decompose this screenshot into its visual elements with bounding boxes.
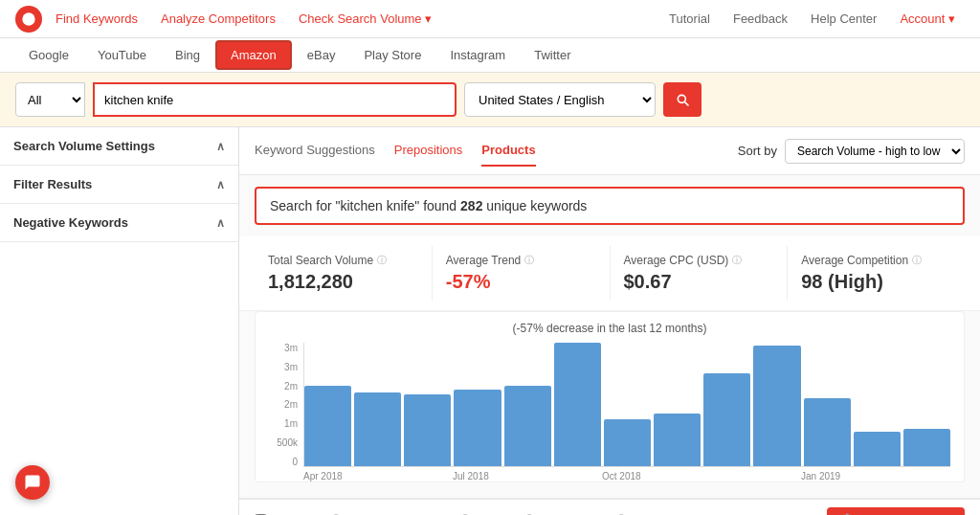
chart-wrapper: 3m 3m 2m 2m 1m 500k 0 — [269, 343, 950, 481]
sort-area: Sort by Search Volume - high to low Sear… — [738, 139, 965, 164]
content-area: Keyword Suggestions Prepositions Product… — [239, 127, 980, 515]
nav-check-search-volume[interactable]: Check Search Volume ▾ — [289, 11, 441, 26]
nav-tutorial[interactable]: Tutorial — [659, 11, 720, 26]
keyword-tabs-group: Keyword Suggestions Prepositions Product… — [255, 135, 536, 167]
y-label-500k: 500k — [269, 437, 298, 448]
x-axis-labels: Apr 2018 Jul 2018 Oct 2018 Jan 2019 — [303, 467, 950, 481]
help-icon-at: ⓘ — [524, 254, 534, 267]
nav-feedback[interactable]: Feedback — [724, 11, 797, 26]
bar-7 — [604, 419, 651, 466]
bar-11 — [804, 398, 851, 466]
export-button[interactable]: 📋 Copy / Export all ▾ — [827, 507, 965, 515]
stat-average-competition: Average Competition ⓘ 98 (High) — [788, 246, 965, 301]
stat-average-competition-label: Average Competition ⓘ — [801, 254, 951, 267]
stat-average-cpc-value: $0.67 — [624, 271, 774, 293]
y-label-1m: 1m — [269, 418, 298, 429]
tab-ebay[interactable]: eBay — [294, 42, 349, 68]
y-axis: 3m 3m 2m 2m 1m 500k 0 — [269, 343, 303, 467]
results-count: 282 — [460, 198, 482, 213]
tab-amazon[interactable]: Amazon — [215, 40, 292, 70]
sidebar-filter-results-header[interactable]: Filter Results ∧ — [0, 166, 238, 203]
sidebar-section-filter-results: Filter Results ∧ — [0, 166, 238, 204]
sort-by-label: Sort by — [738, 144, 777, 158]
x-label-apr: Apr 2018 — [303, 471, 453, 481]
bar-13 — [903, 429, 950, 466]
results-box: Search for "kitchen knife" found 282 uni… — [255, 187, 965, 225]
svg-point-0 — [22, 12, 34, 25]
bar-8 — [654, 414, 701, 466]
tab-youtube[interactable]: YouTube — [84, 42, 160, 68]
nav-find-keywords[interactable]: Find Keywords — [46, 11, 147, 26]
nav-account[interactable]: Account ▾ — [890, 11, 965, 26]
bar-3 — [404, 394, 451, 466]
help-icon-cpc: ⓘ — [732, 254, 742, 267]
nav-analyze-competitors[interactable]: Analyze Competitors — [151, 11, 285, 26]
y-label-3m-1: 3m — [269, 343, 298, 353]
logo[interactable] — [15, 6, 42, 33]
help-icon-tsv: ⓘ — [377, 254, 387, 267]
tab-twitter[interactable]: Twitter — [521, 42, 584, 68]
stat-average-competition-value: 98 (High) — [801, 271, 951, 293]
chart-container: (-57% decrease in the last 12 months) 3m… — [255, 311, 965, 482]
kw-tab-suggestions[interactable]: Keyword Suggestions — [255, 135, 375, 167]
sidebar: Search Volume Settings ∧ Filter Results … — [0, 127, 239, 515]
tab-play-store[interactable]: Play Store — [350, 42, 434, 68]
tabs-sort-row: Keyword Suggestions Prepositions Product… — [239, 127, 980, 175]
kw-tab-products[interactable]: Products — [481, 135, 535, 167]
bar-12 — [854, 432, 901, 466]
sidebar-search-volume-header[interactable]: Search Volume Settings ∧ — [0, 127, 238, 165]
search-input[interactable] — [93, 82, 457, 117]
sidebar-search-volume-label: Search Volume Settings — [13, 139, 155, 153]
x-label-jan: Jan 2019 — [801, 471, 950, 481]
y-label-2m-1: 2m — [269, 381, 298, 392]
sidebar-negative-keywords-header[interactable]: Negative Keywords ∧ — [0, 204, 238, 241]
main-layout: Search Volume Settings ∧ Filter Results … — [0, 127, 980, 515]
platform-tab-bar: Google YouTube Bing Amazon eBay Play Sto… — [0, 38, 980, 73]
sort-select[interactable]: Search Volume - high to low Search Volum… — [785, 139, 965, 164]
stat-average-trend: Average Trend ⓘ -57% — [433, 246, 611, 301]
search-bar: All Exact Broad United States / English — [0, 73, 980, 127]
top-nav-right: Tutorial Feedback Help Center Account ▾ — [659, 11, 965, 26]
search-type-select[interactable]: All Exact Broad — [15, 82, 85, 117]
results-message-suffix: unique keywords — [482, 198, 587, 213]
top-nav: Find Keywords Analyze Competitors Check … — [0, 0, 980, 38]
nav-help-center[interactable]: Help Center — [801, 11, 886, 26]
stat-average-trend-label: Average Trend ⓘ — [446, 254, 596, 267]
tab-bing[interactable]: Bing — [162, 42, 213, 68]
stat-average-cpc: Average CPC (USD) ⓘ $0.67 — [611, 246, 789, 301]
stat-average-trend-value: -57% — [446, 271, 596, 293]
y-label-0: 0 — [269, 457, 298, 467]
sidebar-filter-results-label: Filter Results — [13, 177, 92, 191]
search-button[interactable] — [663, 82, 702, 117]
kw-tab-prepositions[interactable]: Prepositions — [394, 135, 463, 167]
results-message-prefix: Search for "kitchen knife" found — [270, 198, 460, 213]
search-input-wrapper — [93, 82, 457, 117]
stats-row: Total Search Volume ⓘ 1,812,280 Average … — [239, 236, 980, 311]
stat-average-cpc-label: Average CPC (USD) ⓘ — [624, 254, 774, 267]
bar-5 — [504, 386, 551, 466]
x-label-oct: Oct 2018 — [602, 471, 801, 481]
tab-instagram[interactable]: Instagram — [436, 42, 519, 68]
tab-google[interactable]: Google — [15, 42, 82, 68]
bar-2 — [354, 392, 401, 466]
chevron-up-icon-2: ∧ — [216, 178, 225, 191]
top-nav-left: Find Keywords Analyze Competitors Check … — [15, 6, 441, 33]
stat-total-search-volume-value: 1,812,280 — [268, 271, 418, 293]
x-label-jul: Jul 2018 — [453, 471, 602, 481]
chevron-up-icon: ∧ — [216, 140, 225, 153]
chart-note: (-57% decrease in the last 12 months) — [269, 322, 950, 335]
country-select[interactable]: United States / English — [464, 82, 656, 117]
bottom-bar: Keywords ⓘ ▲ Search Volume ⓘ Trend ⓘ CPC… — [239, 498, 980, 515]
bar-6 — [554, 343, 601, 466]
stat-total-search-volume-label: Total Search Volume ⓘ — [268, 254, 418, 267]
bar-1 — [304, 386, 351, 466]
bar-9 — [703, 373, 750, 466]
sidebar-negative-keywords-label: Negative Keywords — [13, 215, 128, 230]
chart-bars-area: Apr 2018 Jul 2018 Oct 2018 Jan 2019 — [303, 343, 950, 481]
sidebar-section-search-volume: Search Volume Settings ∧ — [0, 127, 238, 166]
help-icon-comp: ⓘ — [912, 254, 922, 267]
stat-total-search-volume: Total Search Volume ⓘ 1,812,280 — [255, 246, 433, 301]
chat-bubble[interactable] — [15, 465, 50, 500]
y-label-2m-2: 2m — [269, 399, 298, 410]
y-label-3m-2: 3m — [269, 362, 298, 372]
